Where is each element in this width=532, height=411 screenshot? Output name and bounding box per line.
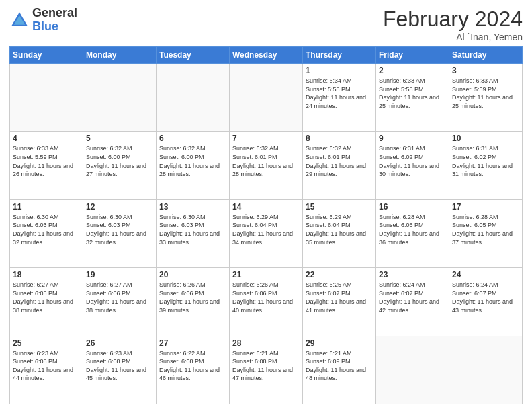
month-title: February 2024 bbox=[383, 7, 523, 32]
day-info: Sunrise: 6:27 AM Sunset: 6:05 PM Dayligh… bbox=[13, 281, 80, 314]
table-row bbox=[10, 64, 83, 132]
table-row: 14Sunrise: 6:29 AM Sunset: 6:04 PM Dayli… bbox=[230, 199, 303, 267]
table-row: 17Sunrise: 6:28 AM Sunset: 6:05 PM Dayli… bbox=[449, 199, 523, 267]
table-row: 20Sunrise: 6:26 AM Sunset: 6:06 PM Dayli… bbox=[157, 268, 230, 336]
col-header-saturday: Saturday bbox=[449, 47, 523, 64]
day-info: Sunrise: 6:33 AM Sunset: 5:59 PM Dayligh… bbox=[13, 144, 80, 178]
day-info: Sunrise: 6:22 AM Sunset: 6:08 PM Dayligh… bbox=[159, 349, 226, 383]
day-number: 8 bbox=[306, 134, 373, 143]
day-number: 22 bbox=[306, 270, 373, 279]
table-row: 3Sunrise: 6:33 AM Sunset: 5:59 PM Daylig… bbox=[449, 64, 523, 132]
day-info: Sunrise: 6:32 AM Sunset: 6:00 PM Dayligh… bbox=[159, 144, 226, 178]
table-row: 2Sunrise: 6:33 AM Sunset: 5:58 PM Daylig… bbox=[376, 64, 449, 132]
table-row: 21Sunrise: 6:26 AM Sunset: 6:06 PM Dayli… bbox=[230, 268, 303, 336]
table-row: 19Sunrise: 6:27 AM Sunset: 6:06 PM Dayli… bbox=[83, 268, 157, 336]
day-info: Sunrise: 6:21 AM Sunset: 6:09 PM Dayligh… bbox=[306, 349, 373, 383]
logo-icon bbox=[9, 10, 30, 30]
day-info: Sunrise: 6:26 AM Sunset: 6:06 PM Dayligh… bbox=[159, 281, 226, 314]
day-number: 3 bbox=[452, 66, 519, 75]
calendar: SundayMondayTuesdayWednesdayThursdayFrid… bbox=[9, 46, 523, 404]
day-number: 21 bbox=[232, 270, 300, 279]
location: Al `Inan, Yemen bbox=[383, 32, 523, 42]
table-row: 22Sunrise: 6:25 AM Sunset: 6:07 PM Dayli… bbox=[303, 268, 376, 336]
title-block: February 2024 Al `Inan, Yemen bbox=[383, 7, 523, 42]
day-number: 17 bbox=[452, 202, 519, 212]
day-info: Sunrise: 6:24 AM Sunset: 6:07 PM Dayligh… bbox=[379, 281, 446, 314]
day-info: Sunrise: 6:32 AM Sunset: 6:01 PM Dayligh… bbox=[306, 144, 373, 178]
day-info: Sunrise: 6:30 AM Sunset: 6:03 PM Dayligh… bbox=[86, 213, 153, 246]
table-row: 8Sunrise: 6:32 AM Sunset: 6:01 PM Daylig… bbox=[303, 132, 376, 199]
day-number: 10 bbox=[452, 134, 519, 143]
table-row: 18Sunrise: 6:27 AM Sunset: 6:05 PM Dayli… bbox=[10, 268, 83, 336]
day-info: Sunrise: 6:30 AM Sunset: 6:03 PM Dayligh… bbox=[159, 213, 226, 246]
day-info: Sunrise: 6:28 AM Sunset: 6:05 PM Dayligh… bbox=[452, 213, 519, 246]
col-header-sunday: Sunday bbox=[10, 47, 83, 64]
col-header-thursday: Thursday bbox=[303, 47, 376, 64]
day-info: Sunrise: 6:33 AM Sunset: 5:58 PM Dayligh… bbox=[379, 77, 446, 110]
day-number: 16 bbox=[379, 202, 446, 212]
day-info: Sunrise: 6:25 AM Sunset: 6:07 PM Dayligh… bbox=[306, 281, 373, 314]
day-info: Sunrise: 6:21 AM Sunset: 6:08 PM Dayligh… bbox=[232, 349, 300, 383]
logo: General Blue bbox=[9, 7, 77, 34]
day-number: 13 bbox=[159, 202, 226, 212]
day-number: 26 bbox=[86, 338, 153, 348]
table-row: 29Sunrise: 6:21 AM Sunset: 6:09 PM Dayli… bbox=[303, 336, 376, 404]
day-number: 23 bbox=[379, 270, 446, 279]
day-number: 25 bbox=[13, 338, 80, 348]
table-row: 5Sunrise: 6:32 AM Sunset: 6:00 PM Daylig… bbox=[83, 132, 157, 199]
logo-text: General Blue bbox=[32, 7, 77, 34]
table-row: 11Sunrise: 6:30 AM Sunset: 6:03 PM Dayli… bbox=[10, 199, 83, 267]
day-info: Sunrise: 6:28 AM Sunset: 6:05 PM Dayligh… bbox=[379, 213, 446, 246]
table-row: 12Sunrise: 6:30 AM Sunset: 6:03 PM Dayli… bbox=[83, 199, 157, 267]
table-row: 23Sunrise: 6:24 AM Sunset: 6:07 PM Dayli… bbox=[376, 268, 449, 336]
day-info: Sunrise: 6:27 AM Sunset: 6:06 PM Dayligh… bbox=[86, 281, 153, 314]
day-number: 29 bbox=[306, 338, 373, 348]
header: General Blue February 2024 Al `Inan, Yem… bbox=[9, 7, 523, 42]
table-row: 26Sunrise: 6:23 AM Sunset: 6:08 PM Dayli… bbox=[83, 336, 157, 404]
page: General Blue February 2024 Al `Inan, Yem… bbox=[0, 0, 532, 411]
table-row: 27Sunrise: 6:22 AM Sunset: 6:08 PM Dayli… bbox=[157, 336, 230, 404]
logo-blue: Blue bbox=[32, 20, 77, 34]
table-row bbox=[83, 64, 157, 132]
table-row: 4Sunrise: 6:33 AM Sunset: 5:59 PM Daylig… bbox=[10, 132, 83, 199]
table-row: 16Sunrise: 6:28 AM Sunset: 6:05 PM Dayli… bbox=[376, 199, 449, 267]
day-number: 6 bbox=[159, 134, 226, 143]
day-number: 28 bbox=[232, 338, 300, 348]
day-number: 1 bbox=[306, 66, 373, 75]
day-info: Sunrise: 6:32 AM Sunset: 6:00 PM Dayligh… bbox=[86, 144, 153, 178]
col-header-monday: Monday bbox=[83, 47, 157, 64]
day-info: Sunrise: 6:32 AM Sunset: 6:01 PM Dayligh… bbox=[232, 144, 300, 178]
table-row bbox=[376, 336, 449, 404]
table-row bbox=[230, 64, 303, 132]
col-header-wednesday: Wednesday bbox=[230, 47, 303, 64]
day-number: 27 bbox=[159, 338, 226, 348]
day-number: 7 bbox=[232, 134, 300, 143]
table-row: 9Sunrise: 6:31 AM Sunset: 6:02 PM Daylig… bbox=[376, 132, 449, 199]
day-number: 15 bbox=[306, 202, 373, 212]
day-number: 19 bbox=[86, 270, 153, 279]
day-info: Sunrise: 6:26 AM Sunset: 6:06 PM Dayligh… bbox=[232, 281, 300, 314]
day-info: Sunrise: 6:31 AM Sunset: 6:02 PM Dayligh… bbox=[379, 144, 446, 178]
day-info: Sunrise: 6:33 AM Sunset: 5:59 PM Dayligh… bbox=[452, 77, 519, 110]
logo-general: General bbox=[32, 7, 77, 20]
table-row: 15Sunrise: 6:29 AM Sunset: 6:04 PM Dayli… bbox=[303, 199, 376, 267]
table-row bbox=[449, 336, 523, 404]
day-number: 2 bbox=[379, 66, 446, 75]
day-number: 5 bbox=[86, 134, 153, 143]
day-info: Sunrise: 6:24 AM Sunset: 6:07 PM Dayligh… bbox=[452, 281, 519, 314]
day-number: 11 bbox=[13, 202, 80, 212]
table-row: 28Sunrise: 6:21 AM Sunset: 6:08 PM Dayli… bbox=[230, 336, 303, 404]
day-info: Sunrise: 6:29 AM Sunset: 6:04 PM Dayligh… bbox=[306, 213, 373, 246]
day-info: Sunrise: 6:31 AM Sunset: 6:02 PM Dayligh… bbox=[452, 144, 519, 178]
col-header-friday: Friday bbox=[376, 47, 449, 64]
day-info: Sunrise: 6:29 AM Sunset: 6:04 PM Dayligh… bbox=[232, 213, 300, 246]
day-info: Sunrise: 6:23 AM Sunset: 6:08 PM Dayligh… bbox=[86, 349, 153, 383]
col-header-tuesday: Tuesday bbox=[157, 47, 230, 64]
day-number: 4 bbox=[13, 134, 80, 143]
table-row: 7Sunrise: 6:32 AM Sunset: 6:01 PM Daylig… bbox=[230, 132, 303, 199]
day-number: 14 bbox=[232, 202, 300, 212]
day-info: Sunrise: 6:34 AM Sunset: 5:58 PM Dayligh… bbox=[306, 77, 373, 110]
day-number: 9 bbox=[379, 134, 446, 143]
day-number: 20 bbox=[159, 270, 226, 279]
day-info: Sunrise: 6:30 AM Sunset: 6:03 PM Dayligh… bbox=[13, 213, 80, 246]
